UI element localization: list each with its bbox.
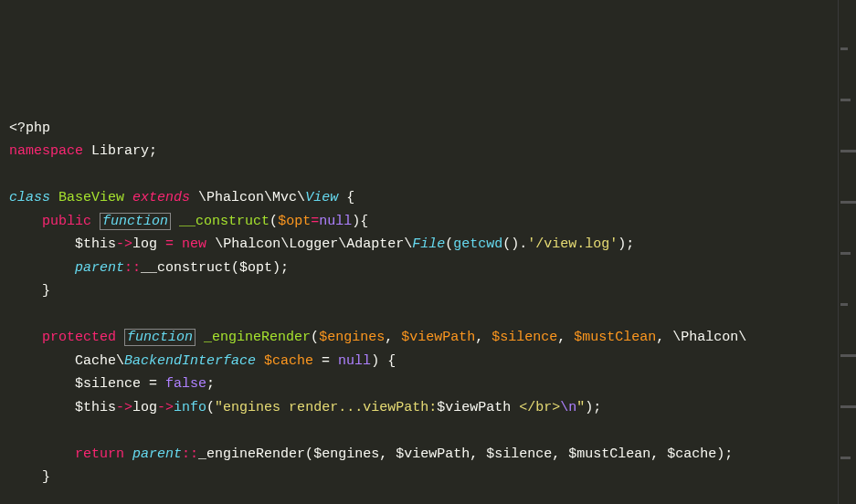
minimap-line	[840, 99, 851, 101]
minimap-line	[840, 201, 856, 204]
minimap-line	[840, 303, 848, 306]
line-7: }	[9, 283, 50, 299]
line-11: $silence = false;	[9, 376, 215, 392]
line-1: <?php	[9, 121, 50, 136]
minimap[interactable]	[838, 0, 856, 504]
line-9: protected function _engineRender($engine…	[9, 329, 746, 346]
line-14: return parent::_engineRender($engines, $…	[9, 446, 733, 462]
code-editor[interactable]: <?php namespace Library; class BaseView …	[9, 93, 847, 504]
minimap-line	[840, 252, 851, 255]
minimap-line	[840, 47, 848, 50]
line-3: class BaseView extends \Phalcon\Mvc\View…	[9, 190, 354, 205]
line-12: $this->log->info("engines render...viewP…	[9, 400, 601, 415]
line-5: $this->log = new \Phalcon\Logger\Adapter…	[9, 236, 634, 252]
minimap-line	[840, 457, 851, 459]
line-4: public function __construct($opt=null){	[9, 213, 368, 230]
line-15: }	[9, 469, 50, 485]
minimap-line	[840, 150, 856, 152]
line-10: Cache\BackendInterface $cache = null) {	[9, 353, 396, 369]
line-2: namespace Library;	[9, 143, 157, 159]
minimap-line	[840, 354, 856, 357]
minimap-line	[840, 405, 856, 408]
line-6: parent::__construct($opt);	[9, 260, 289, 276]
